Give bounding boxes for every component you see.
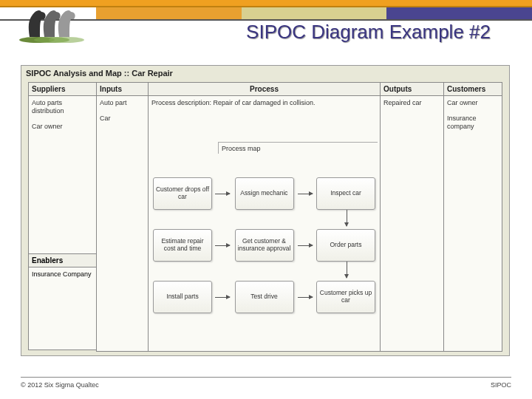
enabler-item: Insurance Company (32, 270, 93, 279)
cell-process: Process description: Repair of car damag… (148, 96, 380, 352)
header-colorstrip (96, 7, 532, 19)
customer-item: Insurance company (447, 115, 499, 131)
arrow-icon (347, 210, 347, 226)
col-inputs: Inputs Auto part Car (96, 82, 148, 352)
cell-outputs: Repaired car (380, 96, 443, 352)
output-item: Repaired car (383, 99, 440, 107)
slide-footer: © 2012 Six Sigma Qualtec SIPOC (21, 377, 511, 389)
customer-item: Car owner (447, 99, 499, 107)
arrow-icon (298, 245, 313, 246)
arrow-icon (298, 297, 313, 298)
footer-copyright: © 2012 Six Sigma Qualtec (21, 381, 99, 389)
process-step: Test drive (235, 281, 294, 313)
sipoc-table: Suppliers Auto parts distribution Car ow… (28, 82, 502, 352)
sipoc-diagram: SIPOC Analysis and Map :: Car Repair Sup… (21, 65, 510, 356)
col-suppliers: Suppliers Auto parts distribution Car ow… (28, 82, 96, 352)
diagram-title: SIPOC Analysis and Map :: Car Repair (21, 66, 509, 81)
header-inputs: Inputs (96, 82, 148, 96)
process-description: Process description: Repair of car damag… (151, 99, 377, 109)
arrow-icon (215, 245, 230, 246)
supplier-item: Auto parts distribution (32, 99, 93, 115)
flow-row: Install parts Test drive Customer picks … (153, 281, 375, 313)
process-map-label: Process map (218, 142, 378, 154)
header-enablers: Enablers (28, 254, 96, 267)
process-step: Estimate repair cost and time (153, 229, 212, 262)
process-step: Install parts (153, 281, 212, 313)
header-outputs: Outputs (380, 82, 443, 96)
flow-row: Customer drops off car Assign mechanic I… (153, 177, 375, 210)
header-suppliers: Suppliers (28, 82, 96, 96)
slide-title: SIPOC Diagram Example #2 (246, 21, 491, 44)
cell-customers: Car owner Insurance company (443, 96, 502, 352)
col-process: Process Process description: Repair of c… (148, 82, 380, 352)
cell-inputs: Auto part Car (96, 96, 148, 352)
process-step: Inspect car (316, 177, 375, 210)
col-outputs: Outputs Repaired car (380, 82, 443, 352)
process-step: Order parts (316, 229, 375, 262)
cell-enablers: Insurance Company (28, 267, 96, 350)
col-customers: Customers Car owner Insurance company (443, 82, 502, 352)
cell-suppliers: Auto parts distribution Car owner (28, 96, 96, 254)
arrow-icon (215, 297, 230, 298)
svg-point-2 (49, 37, 84, 43)
footer-label: SIPOC (491, 381, 511, 389)
flow-row: Estimate repair cost and time Get custom… (153, 229, 375, 262)
arrow-icon (347, 262, 347, 278)
arrow-icon (215, 194, 230, 194)
slide-header: SIPOC Diagram Example #2 (0, 0, 532, 44)
process-flow: Customer drops off car Assign mechanic I… (153, 177, 375, 332)
supplier-item: Car owner (32, 123, 93, 131)
arrow-icon (298, 194, 313, 194)
header-process: Process (148, 82, 380, 96)
header-customers: Customers (443, 82, 502, 96)
process-step: Get customer & insurance approval (235, 229, 294, 262)
input-item: Auto part (100, 99, 145, 107)
process-step: Customer drops off car (153, 177, 212, 210)
process-step: Customer picks up car (316, 281, 375, 313)
process-step: Assign mechanic (235, 177, 294, 210)
input-item: Car (100, 115, 145, 123)
logo (15, 4, 89, 44)
